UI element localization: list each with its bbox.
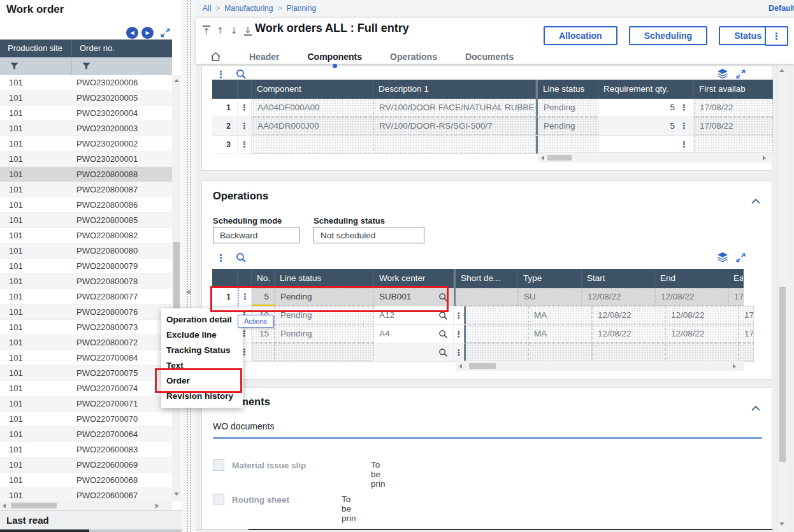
menu-item-order[interactable]: Order	[166, 373, 243, 389]
column-header[interactable]: Earl	[728, 269, 744, 288]
cell-earliest[interactable]: 17/0	[728, 288, 744, 306]
work-order-row[interactable]: 101PWO220700070	[0, 412, 172, 427]
work-order-row[interactable]: 101PWO230200002	[0, 136, 172, 152]
work-order-row[interactable]: 101PWO220800072	[0, 335, 172, 350]
cell-operation-no[interactable]: 15	[252, 325, 275, 343]
column-header[interactable]: Line status	[538, 80, 598, 99]
work-order-row[interactable]: 101PWO220800073	[0, 320, 172, 335]
cell-operation-no[interactable]: 5	[252, 288, 275, 306]
profile-link[interactable]: Default	[769, 4, 794, 13]
cell-earliest[interactable]: 17/0	[739, 306, 754, 324]
cell-first-available[interactable]: 17/08/22	[694, 117, 773, 135]
component-row[interactable]: 1⋮AA04DF000A00RV/100/DOOR FACE/NATURAL R…	[212, 99, 773, 117]
cell-first-available[interactable]	[694, 136, 773, 154]
column-header[interactable]: End	[655, 269, 728, 288]
cell-requirement-qty[interactable]: 5⋮	[598, 99, 694, 117]
scheduling-button[interactable]: Scheduling	[629, 26, 707, 45]
work-order-row[interactable]: 101PWO220800088	[0, 167, 172, 182]
breadcrumb-link[interactable]: Manufacturing	[224, 4, 273, 13]
lookup-icon[interactable]	[438, 311, 448, 320]
cell-end[interactable]: 12/08/22	[665, 306, 739, 324]
cell-start[interactable]	[592, 343, 665, 361]
checkbox[interactable]	[213, 459, 224, 471]
collapse-panel-icon[interactable]: ◀	[185, 288, 191, 295]
more-actions-button[interactable]: ⋮	[765, 26, 788, 46]
operation-row[interactable]: 3⋮15PendingA4⋮MA12/08/2212/08/2217/0	[212, 325, 754, 343]
operation-row[interactable]: 2⋮10PendingA12⋮MA12/08/2212/08/2217/0	[212, 306, 754, 325]
work-order-row[interactable]: 101PWO220800082	[0, 228, 172, 243]
cell-end[interactable]: 12/08/22	[655, 288, 728, 306]
cell-short-description[interactable]	[466, 325, 528, 343]
components-horizontal-scrollbar[interactable]	[538, 152, 773, 162]
work-order-row[interactable]: 101PWO220800080	[0, 243, 172, 259]
search-icon[interactable]	[236, 69, 247, 80]
cell-work-center[interactable]: A4	[374, 325, 454, 343]
work-order-row[interactable]: 101PWO220700064	[0, 427, 172, 442]
cell-line-status[interactable]	[275, 343, 374, 361]
grid-menu-icon[interactable]: ⋮	[216, 69, 226, 79]
cell-description[interactable]: RV/100/DOOR FACE/NATURAL RUBBE	[373, 99, 536, 117]
cell-end[interactable]: 12/08/22	[665, 325, 739, 343]
row-actions-icon[interactable]: ⋮	[454, 325, 464, 343]
menu-item-revision-history[interactable]: Revision history	[166, 389, 243, 404]
tab-components[interactable]: Components	[307, 52, 362, 62]
list-vertical-scrollbar[interactable]	[172, 75, 181, 501]
cell-line-status[interactable]: Pending	[538, 99, 598, 117]
work-order-row[interactable]: 101PWO220800076	[0, 305, 172, 320]
menu-item-operation-detail[interactable]: Operation detail	[166, 312, 243, 327]
cell-description[interactable]	[373, 136, 536, 154]
row-actions-icon[interactable]: ⋮	[238, 288, 252, 306]
cell-description[interactable]: RV/100/DOOR-RS/SGI-500/7	[373, 117, 536, 135]
cell-line-status[interactable]: Pending	[275, 306, 374, 324]
tab-documents[interactable]: Documents	[465, 52, 514, 62]
cell-type[interactable]: SU	[518, 288, 582, 306]
cell-start[interactable]: 12/08/22	[592, 306, 665, 324]
cell-actions-icon[interactable]: ⋮	[675, 99, 688, 116]
search-icon[interactable]	[236, 252, 247, 263]
row-actions-icon[interactable]: ⋮	[454, 343, 464, 361]
filter-order[interactable]	[72, 57, 90, 75]
operations-horizontal-scrollbar[interactable]	[456, 361, 744, 371]
cell-type[interactable]	[528, 343, 592, 361]
column-header[interactable]: Component	[252, 80, 373, 99]
cell-type[interactable]: MA	[528, 325, 592, 343]
cell-component[interactable]	[252, 136, 373, 154]
cell-actions-icon[interactable]: ⋮	[675, 136, 688, 153]
layers-icon[interactable]	[717, 252, 728, 262]
cell-work-center[interactable]: SUB001	[374, 288, 454, 306]
work-order-row[interactable]: 101PWO230200004	[0, 106, 172, 121]
row-actions-icon[interactable]: ⋮	[454, 306, 464, 324]
work-order-row[interactable]: 101PWO230200001	[0, 152, 172, 167]
work-order-row[interactable]: 101PWO220700075	[0, 366, 172, 381]
cell-end[interactable]	[665, 343, 739, 361]
collapse-documents-icon[interactable]	[751, 402, 760, 413]
work-order-row[interactable]: 101PWO220800078	[0, 274, 172, 289]
row-actions-icon[interactable]: ⋮	[238, 117, 252, 135]
column-header[interactable]: Start	[582, 269, 655, 288]
column-header[interactable]: Type	[518, 269, 582, 288]
last-record-icon[interactable]: ↓	[244, 25, 252, 36]
operation-row[interactable]: 4⋮⋮	[212, 343, 754, 362]
work-order-row[interactable]: 101PWO220600067	[0, 488, 172, 501]
cell-work-center[interactable]	[374, 343, 454, 361]
row-actions-icon[interactable]: ⋮	[238, 136, 252, 154]
work-order-row[interactable]: 101PWO220800077	[0, 289, 172, 305]
column-header-production-site[interactable]: Production site	[0, 40, 72, 57]
cell-requirement-qty[interactable]: 5⋮	[598, 117, 694, 135]
component-row[interactable]: 3⋮⋮	[212, 136, 773, 154]
previous-record-icon[interactable]: ↑	[217, 26, 224, 35]
work-order-row[interactable]: 101PWO230200006	[0, 75, 172, 90]
next-record-icon[interactable]: ↓	[230, 26, 238, 35]
work-order-row[interactable]: 101PWO220600083	[0, 442, 172, 457]
lookup-icon[interactable]	[438, 348, 448, 357]
cell-requirement-qty[interactable]: ⋮	[598, 136, 694, 154]
lookup-icon[interactable]	[438, 292, 448, 302]
fullscreen-icon[interactable]	[736, 253, 746, 262]
breadcrumb-link[interactable]: All	[203, 4, 211, 13]
filter-site[interactable]	[0, 57, 72, 75]
grid-menu-icon[interactable]: ⋮	[216, 253, 226, 262]
work-order-row[interactable]: 101PWO230200003	[0, 121, 172, 136]
cell-actions-icon[interactable]: ⋮	[675, 118, 688, 134]
tab-operations[interactable]: Operations	[390, 52, 437, 62]
work-order-row[interactable]: 101PWO220600068	[0, 473, 172, 488]
